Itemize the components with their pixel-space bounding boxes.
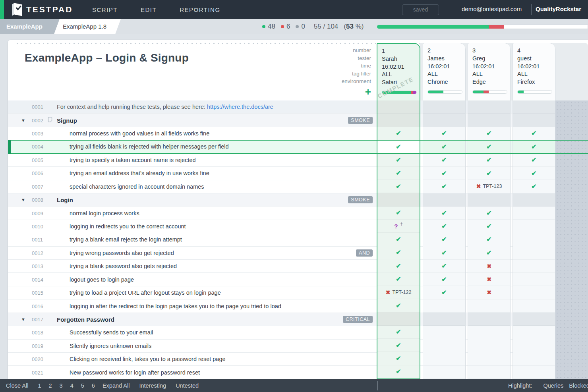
result-cell-0015-run4[interactable]: [513, 286, 555, 299]
test-case-text[interactable]: trying all fields blank is rejected with…: [70, 143, 229, 150]
result-cell-0016-run4[interactable]: [513, 299, 555, 313]
result-cell-0012-run3[interactable]: ✔: [468, 246, 510, 259]
result-cell-0007-run4[interactable]: ✔: [513, 180, 555, 193]
result-cell-0020-run4[interactable]: [513, 352, 555, 365]
footer-scroll-divider[interactable]: [376, 381, 378, 390]
result-cell-0001-run2[interactable]: [423, 100, 465, 114]
footer-item-interesting[interactable]: Interesting: [139, 382, 166, 389]
result-cell-0009-run4[interactable]: [513, 207, 555, 220]
test-case-text[interactable]: special characters ignored in account do…: [70, 183, 204, 190]
result-cell-0016-run1[interactable]: ✔: [377, 299, 420, 312]
test-case-text[interactable]: normal login process works: [70, 210, 139, 216]
test-case-text[interactable]: trying an email address that's already i…: [70, 170, 209, 176]
result-cell-0013-run4[interactable]: [513, 260, 555, 273]
result-cell-0007-run1[interactable]: ✔: [377, 180, 420, 193]
result-cell-0001-run1[interactable]: [377, 100, 420, 114]
run-header-3[interactable]: 3Greg16:02:01ALLEdge: [468, 43, 510, 100]
result-cell-0006-run1[interactable]: ✔: [377, 167, 420, 180]
result-cell-0008-run1[interactable]: [377, 193, 420, 206]
test-case-text[interactable]: trying a blank email rejects the login a…: [70, 236, 182, 243]
result-cell-0016-run2[interactable]: [423, 299, 465, 313]
breadcrumb-script-tab[interactable]: ExampleApp 1.8: [48, 19, 121, 34]
user-email[interactable]: demo@ontestpad.com: [462, 6, 522, 12]
result-cell-0010-run3[interactable]: ✔: [468, 220, 510, 233]
test-case-text[interactable]: trying to specify a taken account name i…: [70, 157, 196, 163]
result-cell-0004-run2[interactable]: ✔: [423, 140, 465, 153]
result-cell-0005-run1[interactable]: ✔: [377, 153, 420, 166]
script-title[interactable]: ExampleApp – Login & Signup: [25, 52, 189, 64]
test-case-text[interactable]: trying a blank password also gets reject…: [70, 263, 177, 269]
result-cell-0007-run3[interactable]: ✖TPT-123: [468, 180, 510, 193]
result-cell-0007-run2[interactable]: ✔: [423, 180, 465, 193]
result-cell-0021-run4[interactable]: [513, 366, 555, 379]
result-cell-0008-run3[interactable]: [468, 193, 510, 207]
test-case-text[interactable]: logging in redirects you to the correct …: [70, 223, 186, 230]
test-case-text[interactable]: trying wrong passwords also get rejected: [70, 250, 174, 256]
result-cell-0005-run2[interactable]: ✔: [423, 154, 465, 167]
highlight-queries[interactable]: Queries: [543, 382, 563, 389]
result-cell-0003-run4[interactable]: ✔: [513, 127, 555, 140]
result-cell-0017-run4[interactable]: [513, 313, 555, 326]
user-name[interactable]: QualityRockstar: [536, 6, 581, 12]
result-cell-0011-run2[interactable]: ✔: [423, 233, 465, 246]
result-cell-0009-run1[interactable]: ✔: [377, 207, 420, 220]
result-cell-0002-run1[interactable]: [377, 114, 420, 127]
result-cell-0005-run4[interactable]: ✔: [513, 154, 555, 167]
footer-item-6[interactable]: 6: [92, 382, 95, 389]
test-case-text[interactable]: logging in after the redirect to the log…: [70, 303, 281, 309]
saved-button[interactable]: saved: [402, 4, 439, 15]
brand-name[interactable]: TESTPAD: [26, 5, 73, 14]
footer-item-expand-all[interactable]: Expand All: [103, 382, 130, 389]
collapse-triangle-icon[interactable]: ▼: [21, 118, 25, 123]
result-cell-0021-run2[interactable]: [423, 366, 465, 379]
highlight-blocked[interactable]: Blocked: [569, 382, 588, 389]
result-cell-0001-run3[interactable]: [468, 100, 510, 114]
result-cell-0006-run4[interactable]: ✔: [513, 167, 555, 180]
test-case-text[interactable]: Clicking on received link, takes you to …: [70, 356, 226, 362]
result-cell-0012-run1[interactable]: ✔: [377, 246, 420, 259]
result-cell-0012-run2[interactable]: ✔: [423, 246, 465, 259]
breadcrumb-project-tab[interactable]: ExampleApp: [0, 19, 60, 34]
docs-link[interactable]: https://where.the.docs/are: [207, 104, 273, 110]
result-cell-0010-run2[interactable]: ✔: [423, 220, 465, 233]
test-case-text[interactable]: normal process with good values in all f…: [70, 130, 209, 137]
result-cell-0012-run4[interactable]: [513, 246, 555, 259]
testpad-logo-icon[interactable]: [10, 2, 24, 18]
footer-item-3[interactable]: 3: [60, 382, 63, 389]
collapse-triangle-icon[interactable]: ▼: [21, 197, 25, 202]
test-case-text[interactable]: logout goes to login page: [70, 276, 134, 283]
result-cell-0017-run3[interactable]: [468, 313, 510, 326]
footer-item-2[interactable]: 2: [49, 382, 52, 389]
result-cell-0015-run1[interactable]: ✖TPT-122: [377, 286, 420, 299]
result-cell-0016-run3[interactable]: [468, 299, 510, 313]
footer-item-5[interactable]: 5: [81, 382, 84, 389]
result-cell-0021-run1[interactable]: ✔: [377, 365, 420, 378]
result-cell-0002-run3[interactable]: [468, 114, 510, 127]
collapse-triangle-icon[interactable]: ▼: [21, 317, 25, 322]
result-cell-0003-run3[interactable]: ✔: [468, 127, 510, 140]
result-cell-0004-run1[interactable]: ✔: [377, 140, 420, 153]
result-cell-0013-run1[interactable]: ✔: [377, 259, 420, 272]
result-cell-0002-run4[interactable]: [513, 114, 555, 127]
run-header-4[interactable]: 4guest16:02:01ALLFirefox: [513, 43, 555, 100]
result-cell-0018-run3[interactable]: [468, 326, 510, 339]
result-cell-0020-run1[interactable]: ✔: [377, 352, 420, 365]
result-cell-0017-run1[interactable]: [377, 312, 420, 325]
result-cell-0015-run2[interactable]: ✔: [423, 286, 465, 299]
footer-item-1[interactable]: 1: [38, 382, 41, 389]
result-cell-0018-run4[interactable]: [513, 326, 555, 339]
result-cell-0005-run3[interactable]: ✔: [468, 154, 510, 167]
test-case-text[interactable]: Silently ignores unknown emails: [70, 343, 151, 349]
result-cell-0008-run4[interactable]: [513, 193, 555, 207]
add-run-button[interactable]: +: [315, 87, 371, 97]
result-cell-0001-run4[interactable]: [513, 100, 555, 114]
run-header-2[interactable]: 2James16:02:01ALLChrome: [423, 43, 465, 100]
result-cell-0009-run3[interactable]: ✔: [468, 207, 510, 220]
result-cell-0015-run3[interactable]: ✖: [468, 286, 510, 299]
result-cell-0019-run2[interactable]: [423, 339, 465, 352]
result-cell-0021-run3[interactable]: [468, 366, 510, 379]
result-cell-0017-run2[interactable]: [423, 313, 465, 326]
result-cell-0019-run3[interactable]: [468, 339, 510, 352]
result-cell-0020-run3[interactable]: [468, 352, 510, 365]
run-column-1[interactable]: 1Sarah16:02:01ALLSafariCOMPLETE✔✔✔✔✔✔?†✔…: [377, 43, 420, 379]
